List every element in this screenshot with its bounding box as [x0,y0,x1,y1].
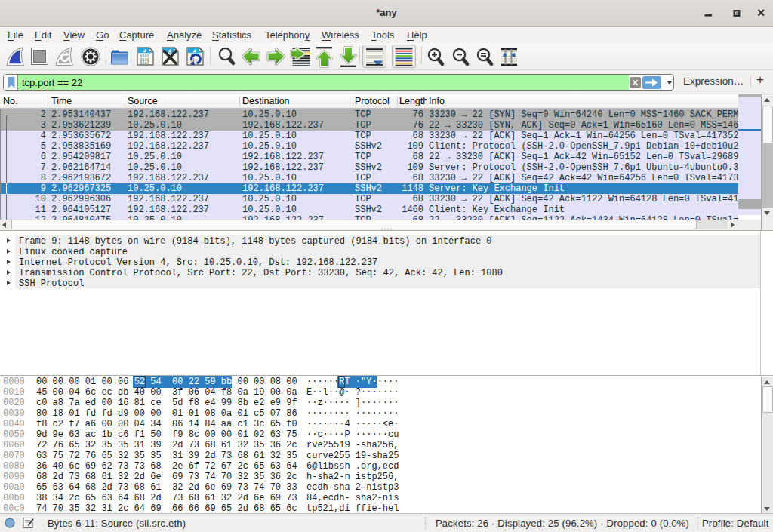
svg-text:0111: 0111 [140,61,149,66]
